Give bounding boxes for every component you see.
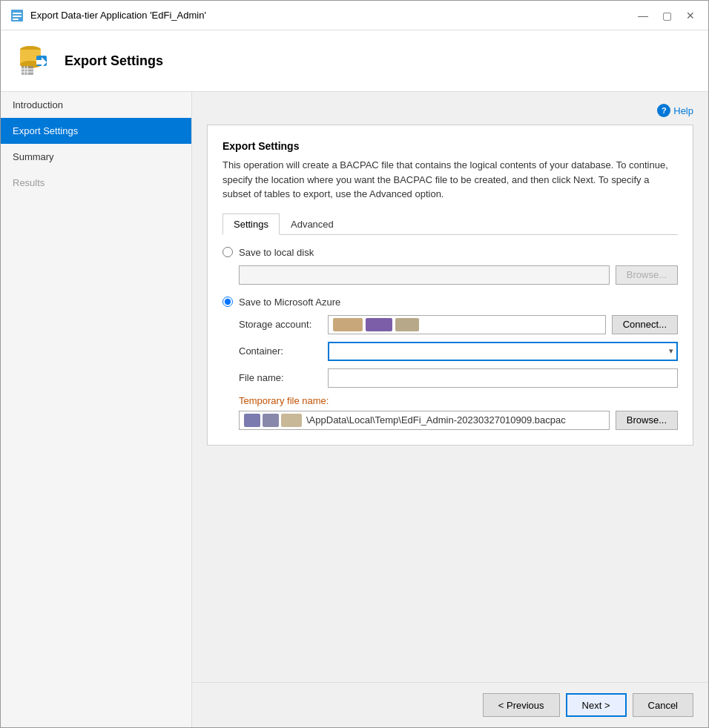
connect-button[interactable]: Connect... (612, 315, 678, 334)
storage-account-row: Storage account: Connect... (239, 315, 678, 334)
sidebar: Introduction Export Settings Summary Res… (1, 92, 192, 727)
container-select-wrapper (328, 342, 678, 361)
temp-file-path: \AppData\Local\Temp\EdFi_Admin-202303270… (306, 414, 566, 426)
panel-description: This operation will create a BACPAC file… (222, 158, 678, 202)
title-bar: Export Data-tier Application 'EdFi_Admin… (1, 1, 708, 30)
save-azure-radio[interactable] (222, 297, 233, 307)
temp-color-blocks (244, 414, 302, 427)
sidebar-item-summary[interactable]: Summary (1, 144, 191, 170)
save-azure-row: Save to Microsoft Azure (222, 297, 678, 308)
header-icon (16, 42, 53, 79)
storage-account-label: Storage account: (239, 319, 328, 330)
help-row: ? Help (207, 104, 693, 117)
save-local-label[interactable]: Save to local disk (239, 247, 314, 258)
footer: < Previous Next > Cancel (192, 682, 708, 727)
sidebar-item-export-settings[interactable]: Export Settings (1, 118, 191, 144)
minimize-button[interactable]: — (634, 7, 652, 24)
storage-account-field: Connect... (328, 315, 678, 334)
svg-rect-1 (13, 13, 22, 14)
file-name-field: EdFi_Admin.bacpac (328, 368, 678, 388)
page-title: Export Settings (65, 53, 163, 69)
local-browse-button: Browse... (616, 265, 678, 285)
save-local-row: Save to local disk (222, 247, 678, 258)
storage-color-3 (395, 318, 419, 331)
maximize-button[interactable]: ▢ (658, 7, 676, 24)
azure-section: Storage account: Connect... (239, 315, 678, 430)
storage-color-2 (366, 318, 392, 331)
container-label: Container: (239, 345, 328, 357)
temp-file-row: \AppData\Local\Temp\EdFi_Admin-202303270… (239, 411, 678, 430)
temp-file-label: Temporary file name: (239, 395, 678, 406)
help-label: Help (673, 105, 693, 116)
save-azure-label[interactable]: Save to Microsoft Azure (239, 297, 340, 308)
sidebar-item-results: Results (1, 170, 191, 196)
temp-browse-button[interactable]: Browse... (616, 411, 678, 430)
next-button[interactable]: Next > (566, 693, 627, 717)
window-controls: — ▢ ✕ (634, 7, 699, 24)
sidebar-item-introduction[interactable]: Introduction (1, 92, 191, 118)
tab-advanced[interactable]: Advanced (280, 214, 345, 235)
close-button[interactable]: ✕ (682, 7, 699, 24)
window-title: Export Data-tier Application 'EdFi_Admin… (30, 10, 634, 21)
settings-panel: Export Settings This operation will crea… (207, 125, 693, 446)
previous-button[interactable]: < Previous (483, 693, 560, 717)
container-select[interactable] (328, 342, 678, 361)
storage-account-display (328, 315, 606, 334)
content-area: ? Help Export Settings This operation wi… (192, 92, 708, 727)
temp-file-display: \AppData\Local\Temp\EdFi_Admin-202303270… (239, 411, 610, 430)
temp-section: Temporary file name: \AppData\Local\Temp… (239, 395, 678, 430)
storage-color-1 (333, 318, 363, 331)
content-inner: ? Help Export Settings This operation wi… (192, 92, 708, 682)
main-window: Export Data-tier Application 'EdFi_Admin… (0, 0, 709, 728)
file-name-input[interactable]: EdFi_Admin.bacpac (328, 368, 678, 388)
temp-color-1 (244, 414, 260, 427)
file-name-row: File name: EdFi_Admin.bacpac (239, 368, 678, 388)
temp-color-3 (281, 414, 302, 427)
container-field (328, 342, 678, 361)
svg-rect-3 (13, 19, 19, 20)
local-browse-row: Browse... (239, 265, 678, 285)
app-icon (10, 8, 24, 23)
header: Export Settings (1, 30, 708, 92)
help-link[interactable]: ? Help (657, 104, 693, 117)
svg-rect-2 (13, 16, 22, 17)
help-icon: ? (657, 104, 670, 117)
tab-settings[interactable]: Settings (222, 214, 280, 235)
cancel-button[interactable]: Cancel (633, 693, 693, 717)
temp-color-2 (263, 414, 279, 427)
save-local-radio[interactable] (222, 247, 233, 257)
tab-bar: Settings Advanced (222, 214, 678, 235)
panel-title: Export Settings (222, 140, 678, 152)
file-name-label: File name: (239, 372, 328, 383)
container-row: Container: (239, 342, 678, 361)
main-layout: Introduction Export Settings Summary Res… (1, 92, 708, 727)
local-path-input (239, 265, 610, 285)
